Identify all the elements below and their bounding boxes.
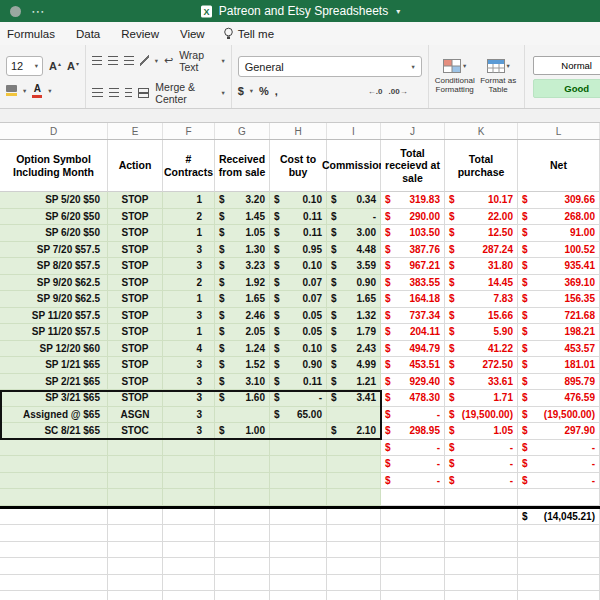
cell[interactable]: Assigned @ $65 <box>0 407 108 424</box>
cell[interactable]: $7.83 <box>445 291 518 308</box>
cell[interactable]: $2.10 <box>327 423 381 440</box>
cell[interactable]: $0.90 <box>270 357 327 374</box>
cell[interactable]: STOP <box>108 374 163 391</box>
cell[interactable]: 3 <box>163 357 215 374</box>
cell[interactable]: $65.00 <box>270 407 327 424</box>
cell[interactable]: SP 1/21 $65 <box>0 357 108 374</box>
cell[interactable]: $22.00 <box>445 209 518 226</box>
orientation-icon[interactable] <box>140 55 149 66</box>
cell[interactable]: $15.66 <box>445 308 518 325</box>
cell[interactable] <box>163 509 215 526</box>
cell[interactable]: $1.65 <box>215 291 270 308</box>
cell[interactable]: $(19,500.00) <box>518 407 600 424</box>
cell[interactable]: $5.90 <box>445 324 518 341</box>
cell[interactable]: $204.11 <box>381 324 445 341</box>
cell[interactable]: $1.24 <box>215 341 270 358</box>
cell[interactable] <box>215 489 270 506</box>
cell[interactable]: $91.00 <box>518 225 600 242</box>
cell[interactable] <box>163 440 215 457</box>
cell[interactable]: STOP <box>108 242 163 259</box>
cell[interactable]: 1 <box>163 225 215 242</box>
cell[interactable]: $- <box>518 456 600 473</box>
cell[interactable]: $10.17 <box>445 192 518 209</box>
cell[interactable]: STOP <box>108 192 163 209</box>
cell[interactable]: $2.43 <box>327 341 381 358</box>
cell[interactable]: $453.57 <box>518 341 600 358</box>
cell[interactable] <box>270 525 327 542</box>
cell[interactable]: $0.95 <box>270 242 327 259</box>
cell[interactable]: $- <box>445 473 518 490</box>
cell[interactable] <box>270 473 327 490</box>
column-header-cell[interactable]: Action <box>108 140 163 192</box>
cell[interactable]: $268.00 <box>518 209 600 226</box>
cell[interactable]: 1 <box>163 324 215 341</box>
align-right-icon[interactable] <box>125 88 132 97</box>
cell[interactable]: $721.68 <box>518 308 600 325</box>
cell[interactable]: STOP <box>108 291 163 308</box>
cell[interactable]: $967.21 <box>381 258 445 275</box>
cell[interactable] <box>163 489 215 506</box>
cell[interactable] <box>163 558 215 575</box>
cell[interactable] <box>0 489 108 506</box>
cell[interactable]: $- <box>518 473 600 490</box>
cell[interactable]: $31.80 <box>445 258 518 275</box>
cell[interactable] <box>163 542 215 559</box>
cell[interactable]: SP 12/20 $60 <box>0 341 108 358</box>
column-letter[interactable]: F <box>163 123 215 139</box>
cell[interactable]: $387.76 <box>381 242 445 259</box>
cell[interactable]: STOP <box>108 275 163 292</box>
cell[interactable] <box>518 575 600 592</box>
comma-format-icon[interactable]: , <box>275 85 278 97</box>
cell[interactable] <box>445 525 518 542</box>
cell[interactable] <box>381 591 445 600</box>
cell[interactable] <box>445 489 518 506</box>
column-letter[interactable]: H <box>270 123 327 139</box>
cell[interactable]: $476.59 <box>518 390 600 407</box>
cell[interactable]: $1.79 <box>327 324 381 341</box>
cell[interactable] <box>381 525 445 542</box>
tab-data[interactable]: Data <box>73 26 103 42</box>
cell[interactable]: $1.05 <box>445 423 518 440</box>
cell[interactable] <box>270 423 327 440</box>
cell[interactable]: SP 6/20 $50 <box>0 209 108 226</box>
cell[interactable] <box>270 575 327 592</box>
window-control-dot[interactable] <box>10 6 21 17</box>
decrease-font-icon[interactable]: A▾ <box>67 60 79 72</box>
cell[interactable]: $(14,045.21) <box>518 509 600 526</box>
cell[interactable]: SP 9/20 $62.5 <box>0 275 108 292</box>
cell[interactable]: SP 2/21 $65 <box>0 374 108 391</box>
cell[interactable] <box>0 440 108 457</box>
cell[interactable]: $298.95 <box>381 423 445 440</box>
cell[interactable] <box>518 525 600 542</box>
column-letter[interactable]: D <box>0 123 108 139</box>
column-header-cell[interactable]: Net <box>518 140 600 192</box>
column-letter[interactable]: K <box>445 123 518 139</box>
cell[interactable]: $2.05 <box>215 324 270 341</box>
cell[interactable] <box>0 456 108 473</box>
column-header-cell[interactable]: Total purchase <box>445 140 518 192</box>
cell[interactable]: $935.41 <box>518 258 600 275</box>
cell[interactable]: 4 <box>163 341 215 358</box>
cell[interactable]: $737.34 <box>381 308 445 325</box>
cell[interactable] <box>445 558 518 575</box>
cell[interactable]: $3.20 <box>215 192 270 209</box>
cell[interactable]: $1.60 <box>215 390 270 407</box>
cell[interactable] <box>108 525 163 542</box>
cell[interactable]: $3.10 <box>215 374 270 391</box>
fill-color-icon[interactable] <box>6 85 17 96</box>
cell[interactable]: $198.21 <box>518 324 600 341</box>
format-as-table-button[interactable]: ▾ Format as Table <box>479 59 518 94</box>
cell[interactable]: 2 <box>163 209 215 226</box>
cell[interactable]: $12.50 <box>445 225 518 242</box>
cell[interactable] <box>327 509 381 526</box>
cell[interactable] <box>445 542 518 559</box>
cell[interactable]: $0.10 <box>270 258 327 275</box>
cell[interactable]: $- <box>381 440 445 457</box>
align-center-icon[interactable] <box>109 88 120 97</box>
cell[interactable] <box>327 591 381 600</box>
cell[interactable]: 3 <box>163 242 215 259</box>
cell[interactable]: $1.30 <box>215 242 270 259</box>
cell[interactable]: $3.00 <box>327 225 381 242</box>
cell[interactable]: SP 7/20 $57.5 <box>0 242 108 259</box>
cell-style-normal[interactable]: Normal <box>533 56 600 75</box>
